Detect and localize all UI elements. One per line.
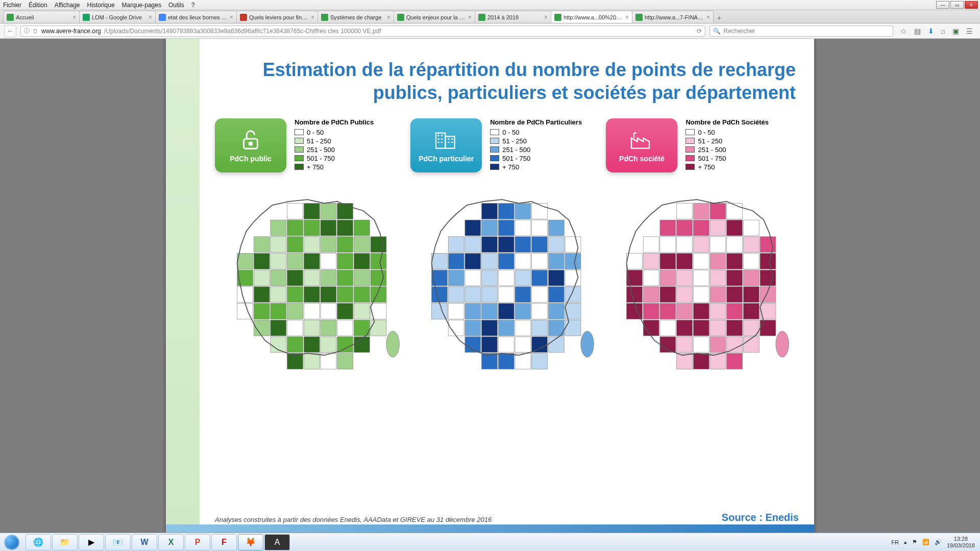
tab-0[interactable]: Accueil× [3, 11, 80, 23]
tray-network-icon[interactable]: 📶 [922, 539, 929, 545]
tab-6[interactable]: 2014 à 2018× [475, 11, 551, 23]
svg-rect-53 [304, 304, 320, 319]
favicon-icon [7, 14, 14, 21]
taskbar-adobe[interactable]: A [264, 534, 290, 550]
window-maximize-button[interactable]: ▭ [950, 1, 964, 9]
hamburger-icon[interactable]: ☰ [966, 27, 973, 35]
search-icon: 🔍 [713, 28, 721, 35]
menu-file[interactable]: Fichier [3, 2, 21, 9]
svg-point-222 [776, 331, 789, 357]
address-bar[interactable]: ⓘ 🗋 www.avere-france.org/Uploads/Documen… [20, 26, 705, 37]
system-tray[interactable]: FR ▴ ⚑ 📶 🔊 13:28 19/03/2018 [886, 536, 980, 548]
tab-2[interactable]: etat des lieux bornes de re...× [155, 11, 237, 23]
menu-history[interactable]: Historique [87, 2, 115, 9]
reader-icon[interactable]: ▤ [914, 27, 921, 35]
tab-close-icon[interactable]: × [706, 14, 710, 21]
tab-close-icon[interactable]: × [387, 14, 390, 21]
svg-rect-132 [465, 320, 481, 336]
tab-5[interactable]: Quels enjeux pour la recha...× [394, 11, 475, 23]
search-bar[interactable]: 🔍 Rechercher [709, 26, 893, 37]
svg-rect-80 [532, 203, 548, 219]
menu-edit[interactable]: Édition [29, 2, 47, 9]
svg-rect-191 [710, 287, 726, 303]
menu-help[interactable]: ? [191, 2, 195, 9]
favicon-icon [397, 14, 404, 21]
bookmark-star-icon[interactable]: ☆ [900, 27, 907, 35]
menu-view[interactable]: Affichage [55, 2, 80, 9]
tray-clock[interactable]: 13:28 19/03/2018 [947, 536, 975, 548]
tab-label: http://www.a...00%20VE.pdf [564, 14, 623, 20]
svg-rect-107 [482, 270, 498, 286]
svg-rect-83 [499, 220, 514, 236]
svg-rect-196 [643, 304, 659, 319]
svg-rect-20 [354, 237, 370, 253]
tray-lang[interactable]: FR [891, 539, 899, 545]
svg-point-76 [386, 331, 399, 357]
svg-rect-28 [337, 254, 353, 269]
window-close-button[interactable]: ✕ [965, 1, 978, 9]
svg-rect-110 [532, 270, 548, 286]
tab-close-icon[interactable]: × [149, 14, 152, 21]
favicon-icon [478, 14, 485, 21]
tab-7[interactable]: http://www.a...00%20VE.pdf× [551, 11, 632, 23]
svg-rect-9 [287, 220, 303, 236]
tab-3[interactable]: Quels leviers pour finance...× [236, 11, 318, 23]
svg-rect-185 [760, 270, 776, 286]
legend-public-title: Nombre de PdCh Publics [295, 118, 374, 127]
tab-4[interactable]: Systèmes de charge× [317, 11, 394, 23]
svg-rect-48 [371, 287, 386, 303]
taskbar-media[interactable]: ▶ [79, 534, 104, 550]
tab-close-icon[interactable]: × [544, 14, 548, 21]
taskbar-word[interactable]: W [132, 534, 157, 550]
start-button[interactable] [0, 533, 23, 552]
svg-rect-112 [565, 270, 581, 286]
svg-rect-142 [515, 337, 531, 353]
tab-1[interactable]: LOM - Google Drive× [79, 11, 156, 23]
pdf-viewer: Estimation de la répartition du nombre d… [0, 39, 980, 533]
taskbar-firefox[interactable]: 🦊 [238, 534, 263, 550]
svg-rect-67 [287, 337, 303, 353]
tab-close-icon[interactable]: × [625, 14, 629, 21]
svg-rect-63 [337, 320, 353, 336]
tab-8[interactable]: http://www.a...7-FINAL.pdf× [632, 11, 714, 23]
taskbar-outlook[interactable]: 📧 [105, 534, 131, 550]
svg-rect-40 [237, 287, 253, 303]
svg-rect-197 [660, 304, 676, 319]
taskbar-excel[interactable]: X [158, 534, 184, 550]
svg-rect-188 [660, 287, 676, 303]
badge-societe: PdCh société [606, 118, 677, 172]
svg-rect-182 [710, 270, 726, 286]
taskbar-explorer[interactable]: 📁 [52, 534, 78, 550]
svg-rect-100 [515, 254, 531, 269]
new-tab-button[interactable]: + [713, 13, 725, 23]
tray-volume-icon[interactable]: 🔊 [935, 539, 942, 545]
svg-rect-201 [726, 304, 742, 319]
svg-rect-199 [693, 304, 709, 319]
menu-bookmarks[interactable]: Marque-pages [122, 2, 161, 9]
shield-icon[interactable]: ▣ [952, 27, 959, 35]
svg-rect-136 [532, 320, 548, 336]
tab-close-icon[interactable]: × [72, 14, 76, 21]
tab-close-icon[interactable]: × [311, 14, 314, 21]
svg-rect-187 [643, 287, 659, 303]
svg-rect-77 [482, 203, 498, 219]
back-button[interactable]: ← [4, 25, 16, 37]
tray-chevron-icon[interactable]: ▴ [904, 539, 907, 545]
home-icon[interactable]: ⌂ [941, 27, 945, 35]
taskbar-powerpoint[interactable]: P [185, 534, 210, 550]
tab-close-icon[interactable]: × [230, 14, 233, 21]
favicon-icon [554, 14, 561, 21]
reload-button[interactable]: ⟳ [697, 28, 702, 35]
window-minimize-button[interactable]: — [936, 1, 949, 9]
tab-close-icon[interactable]: × [468, 14, 472, 21]
svg-rect-168 [626, 254, 642, 269]
menu-tools[interactable]: Outils [168, 2, 184, 9]
taskbar-ie[interactable]: 🌐 [26, 534, 51, 550]
svg-rect-111 [549, 270, 565, 286]
svg-rect-52 [287, 304, 303, 319]
svg-rect-171 [676, 254, 692, 269]
downloads-icon[interactable]: ⬇ [928, 27, 934, 35]
taskbar-pdf[interactable]: F [211, 534, 237, 550]
svg-rect-167 [760, 237, 776, 253]
svg-rect-176 [760, 254, 776, 269]
